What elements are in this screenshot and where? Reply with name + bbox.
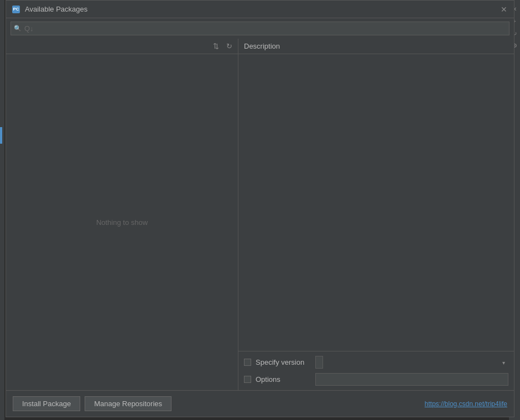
dialog-footer: Install Package Manage Repositories http… — [6, 390, 514, 417]
dialog-title: Available Packages — [25, 5, 500, 13]
version-options-area: Specify version Options — [238, 351, 514, 390]
right-panel: Description Specify version — [238, 39, 514, 390]
refresh-button[interactable]: ↻ — [223, 41, 235, 52]
footer-buttons: Install Package Manage Repositories — [13, 396, 171, 411]
ide-left-bar — [0, 0, 4, 420]
specify-version-select-wrap — [315, 356, 508, 369]
description-content — [238, 54, 514, 351]
sort-button[interactable]: ⇅ — [210, 41, 221, 52]
specify-version-label: Specify version — [256, 358, 311, 366]
footer-url: https://blog.csdn.net/trip4life — [425, 400, 507, 408]
search-input-wrap: 🔍 — [11, 22, 509, 35]
description-header: Description — [238, 39, 514, 54]
search-bar: 🔍 — [6, 18, 514, 39]
dialog-close-button[interactable]: ✕ — [500, 5, 508, 14]
options-checkbox[interactable] — [244, 376, 251, 383]
ide-indicator — [0, 127, 2, 144]
specify-version-checkbox[interactable] — [244, 359, 251, 366]
search-input[interactable] — [11, 22, 509, 35]
left-panel: ⇅ ↻ Nothing to show — [6, 39, 238, 390]
app-icon: PC — [12, 5, 20, 14]
pc-logo: PC — [12, 6, 20, 13]
manage-repositories-button[interactable]: Manage Repositories — [85, 396, 171, 411]
available-packages-dialog: PC Available Packages ✕ 🔍 ⇅ ↻ Nothing to… — [6, 0, 514, 417]
refresh-icon: ↻ — [226, 42, 232, 50]
content-area: ⇅ ↻ Nothing to show Description Specify … — [6, 39, 514, 390]
empty-message: Nothing to show — [6, 54, 238, 390]
specify-version-select[interactable] — [315, 356, 323, 369]
install-package-button[interactable]: Install Package — [13, 396, 80, 411]
options-label: Options — [256, 375, 311, 384]
panel-toolbar: ⇅ ↻ — [6, 39, 238, 54]
sort-icon: ⇅ — [213, 42, 219, 50]
search-icon: 🔍 — [14, 25, 22, 32]
options-row: Options — [244, 373, 508, 386]
specify-version-row: Specify version — [244, 356, 508, 369]
options-input[interactable] — [315, 373, 508, 386]
dialog-titlebar: PC Available Packages ✕ — [6, 1, 514, 18]
